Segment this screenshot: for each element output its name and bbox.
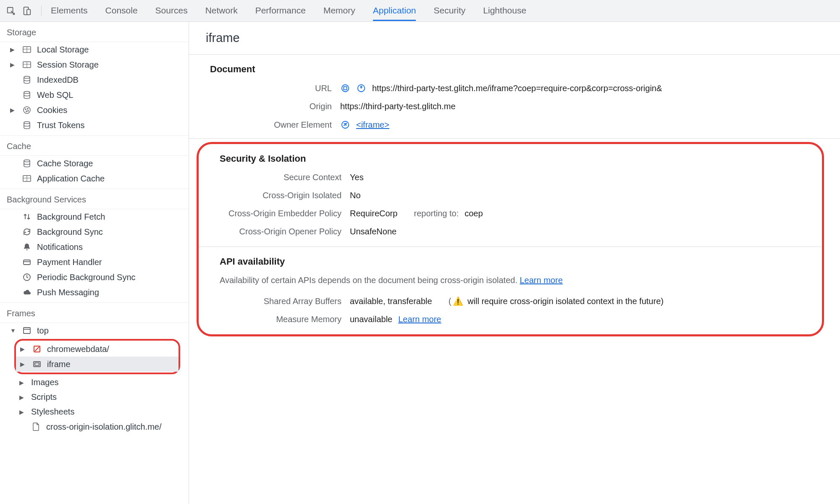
tab-console[interactable]: Console xyxy=(105,0,138,21)
link-owner-element[interactable]: <iframe> xyxy=(356,120,389,130)
sidebar-item-frame-top[interactable]: ▼top xyxy=(0,323,189,338)
label-cross-origin-isolated: Cross-Origin Isolated xyxy=(215,191,341,200)
table-icon xyxy=(22,173,32,184)
svg-point-14 xyxy=(26,111,27,112)
tab-security[interactable]: Security xyxy=(433,0,465,21)
value-url: https://third-party-test.glitch.me/ifram… xyxy=(372,84,662,93)
tab-elements[interactable]: Elements xyxy=(51,0,88,21)
table-icon xyxy=(22,45,32,55)
sidebar-item-local-storage[interactable]: ▶Local Storage xyxy=(0,42,189,57)
clipboard-icon[interactable] xyxy=(340,83,350,93)
sidebar-item-iframe[interactable]: ▶iframe xyxy=(16,357,178,372)
link-learn-more-memory[interactable]: Learn more xyxy=(398,315,441,324)
sab-warning-text: will require cross-origin isolated conte… xyxy=(467,297,664,306)
devtools-tabs: Elements Console Sources Network Perform… xyxy=(51,0,526,21)
svg-rect-29 xyxy=(35,363,39,365)
value-coep: RequireCorp xyxy=(350,209,397,218)
label-owner-element: Owner Element xyxy=(206,120,332,130)
value-measure-memory: unavailable xyxy=(350,315,392,324)
link-learn-more-api[interactable]: Learn more xyxy=(520,276,563,285)
updown-icon xyxy=(22,212,32,222)
label-origin: Origin xyxy=(206,102,332,111)
svg-line-27 xyxy=(35,347,39,351)
group-bg-services: Background Services xyxy=(0,189,189,209)
value-cross-origin-isolated: No xyxy=(350,191,361,200)
warning-icon: ⚠️ xyxy=(453,297,463,306)
db-icon xyxy=(22,75,32,85)
svg-point-10 xyxy=(24,92,30,94)
sidebar-item-scripts[interactable]: ▶Scripts xyxy=(0,390,189,404)
element-link-icon[interactable] xyxy=(340,120,350,130)
svg-point-30 xyxy=(342,85,349,92)
svg-point-13 xyxy=(27,108,28,109)
tab-lighthouse[interactable]: Lighthouse xyxy=(483,0,526,21)
section-api-heading: API availability xyxy=(199,247,822,271)
label-measure-memory: Measure Memory xyxy=(215,315,341,324)
reveal-network-icon[interactable] xyxy=(356,83,366,93)
device-toggle-icon[interactable] xyxy=(22,6,32,16)
label-coop: Cross-Origin Opener Policy xyxy=(215,227,341,236)
api-note: Availability of certain APIs depends on … xyxy=(199,271,822,292)
group-cache: Cache xyxy=(0,136,189,156)
tab-performance[interactable]: Performance xyxy=(255,0,306,21)
value-shared-array-buffers: available, transferable xyxy=(350,297,432,306)
sidebar-item-cookies[interactable]: ▶Cookies xyxy=(0,102,189,118)
svg-point-11 xyxy=(24,107,30,113)
application-sidebar: Storage ▶Local Storage ▶Session Storage … xyxy=(0,22,189,504)
tab-sources[interactable]: Sources xyxy=(155,0,188,21)
bell-icon xyxy=(22,242,32,252)
db-icon xyxy=(22,158,32,168)
sidebar-item-push-messaging[interactable]: Push Messaging xyxy=(0,285,189,300)
value-origin: https://third-party-test.glitch.me xyxy=(340,102,456,111)
svg-point-16 xyxy=(24,122,30,124)
svg-point-9 xyxy=(24,76,30,79)
sidebar-item-notifications[interactable]: Notifications xyxy=(0,239,189,255)
sidebar-item-cache-storage[interactable]: Cache Storage xyxy=(0,156,189,171)
group-frames: Frames xyxy=(0,303,189,323)
svg-rect-24 xyxy=(24,328,30,333)
db-icon xyxy=(22,120,32,130)
inspect-icon[interactable] xyxy=(6,6,16,16)
sidebar-item-session-storage[interactable]: ▶Session Storage xyxy=(0,57,189,72)
svg-point-15 xyxy=(28,110,29,111)
cookie-icon xyxy=(22,105,32,115)
devtools-toolbar: Elements Console Sources Network Perform… xyxy=(0,0,840,22)
svg-rect-2 xyxy=(27,9,30,15)
db-icon xyxy=(22,90,32,100)
panel-title: iframe xyxy=(189,22,840,55)
frame-details-panel: iframe Document URL https://third-party-… xyxy=(189,22,840,504)
group-storage: Storage xyxy=(0,22,189,42)
label-url: URL xyxy=(206,84,332,93)
sidebar-item-frame-resource[interactable]: cross-origin-isolation.glitch.me/ xyxy=(0,419,189,434)
sync-icon xyxy=(22,227,32,237)
label-secure-context: Secure Context xyxy=(215,173,341,182)
sidebar-item-indexeddb[interactable]: IndexedDB xyxy=(0,72,189,87)
svg-rect-31 xyxy=(344,87,346,89)
svg-point-17 xyxy=(24,160,30,162)
frame-highlight-annotation: ▶chromewebdata/ ▶iframe xyxy=(14,339,180,374)
sidebar-item-bg-sync[interactable]: Background Sync xyxy=(0,224,189,239)
frame-icon xyxy=(32,359,42,369)
file-icon xyxy=(31,422,41,432)
sidebar-item-trust-tokens[interactable]: Trust Tokens xyxy=(0,118,189,133)
clock-icon xyxy=(22,272,32,282)
svg-rect-21 xyxy=(24,260,30,265)
sidebar-item-bg-fetch[interactable]: Background Fetch xyxy=(0,209,189,224)
sidebar-item-application-cache[interactable]: Application Cache xyxy=(0,171,189,186)
blocked-icon xyxy=(32,344,42,354)
tab-memory[interactable]: Memory xyxy=(323,0,355,21)
sidebar-item-periodic-sync[interactable]: Periodic Background Sync xyxy=(0,270,189,285)
sidebar-item-websql[interactable]: Web SQL xyxy=(0,87,189,102)
tab-network[interactable]: Network xyxy=(205,0,238,21)
sidebar-item-payment-handler[interactable]: Payment Handler xyxy=(0,255,189,270)
section-security-heading: Security & Isolation xyxy=(199,144,822,168)
sidebar-item-images[interactable]: ▶Images xyxy=(0,375,189,390)
tab-application[interactable]: Application xyxy=(373,0,416,21)
table-icon xyxy=(22,60,32,70)
sidebar-item-stylesheets[interactable]: ▶Stylesheets xyxy=(0,404,189,419)
label-shared-array-buffers: Shared Array Buffers xyxy=(215,297,341,306)
section-document-heading: Document xyxy=(189,55,840,79)
sidebar-item-chromewebdata[interactable]: ▶chromewebdata/ xyxy=(16,341,178,357)
label-coep: Cross-Origin Embedder Policy xyxy=(215,209,341,218)
value-reporting-to: coep xyxy=(465,209,483,218)
